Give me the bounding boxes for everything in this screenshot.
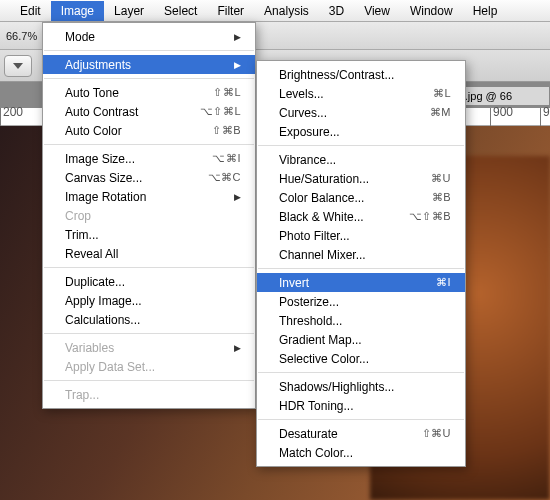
menu-item-label: Vibrance... [279, 153, 451, 167]
menu-separator [258, 268, 464, 269]
menu-item-shortcut: ⌘M [406, 106, 451, 119]
submenu-arrow-icon: ▶ [210, 60, 241, 70]
submenu-arrow-icon: ▶ [210, 32, 241, 42]
menu-item-label: Invert [279, 276, 412, 290]
menu-item-posterize[interactable]: Posterize... [257, 292, 465, 311]
menu-item-label: Curves... [279, 106, 406, 120]
menu-item-desaturate[interactable]: Desaturate⇧⌘U [257, 424, 465, 443]
menu-separator [44, 78, 254, 79]
menu-item-shadows-highlights[interactable]: Shadows/Highlights... [257, 377, 465, 396]
menu-item-canvas-size[interactable]: Canvas Size...⌥⌘C [43, 168, 255, 187]
menu-edit[interactable]: Edit [10, 1, 51, 21]
menu-item-mode[interactable]: Mode▶ [43, 27, 255, 46]
menu-item-gradient-map[interactable]: Gradient Map... [257, 330, 465, 349]
menu-item-invert[interactable]: Invert⌘I [257, 273, 465, 292]
menu-item-auto-contrast[interactable]: Auto Contrast⌥⇧⌘L [43, 102, 255, 121]
zoom-label: 66.7% [0, 30, 37, 42]
menu-item-label: Duplicate... [65, 275, 241, 289]
menu-window[interactable]: Window [400, 1, 463, 21]
menu-item-shortcut: ⌘B [408, 191, 451, 204]
ruler-tick: 200 [0, 108, 23, 126]
menu-item-shortcut: ⇧⌘U [398, 427, 451, 440]
menu-item-shortcut: ⌥⇧⌘B [385, 210, 451, 223]
menu-separator [44, 333, 254, 334]
menu-item-label: Variables [65, 341, 210, 355]
menu-item-adjustments[interactable]: Adjustments▶ [43, 55, 255, 74]
menu-separator [44, 380, 254, 381]
menu-item-image-size[interactable]: Image Size...⌥⌘I [43, 149, 255, 168]
menubar: EditImageLayerSelectFilterAnalysis3DView… [0, 0, 550, 22]
menu-item-levels[interactable]: Levels...⌘L [257, 84, 465, 103]
menu-item-hdr-toning[interactable]: HDR Toning... [257, 396, 465, 415]
menu-item-trim[interactable]: Trim... [43, 225, 255, 244]
menu-analysis[interactable]: Analysis [254, 1, 319, 21]
menu-filter[interactable]: Filter [207, 1, 254, 21]
menu-item-label: Exposure... [279, 125, 451, 139]
menu-item-shortcut: ⌥⌘I [188, 152, 241, 165]
menu-item-label: Trim... [65, 228, 241, 242]
menu-item-shortcut: ⌘I [412, 276, 451, 289]
image-menu: Mode▶Adjustments▶Auto Tone⇧⌘LAuto Contra… [42, 22, 256, 409]
menu-item-label: Auto Contrast [65, 105, 176, 119]
menu-item-brightness-contrast[interactable]: Brightness/Contrast... [257, 65, 465, 84]
menu-item-variables: Variables▶ [43, 338, 255, 357]
menu-item-threshold[interactable]: Threshold... [257, 311, 465, 330]
menu-item-black-white[interactable]: Black & White...⌥⇧⌘B [257, 207, 465, 226]
menu-item-auto-tone[interactable]: Auto Tone⇧⌘L [43, 83, 255, 102]
menu-item-selective-color[interactable]: Selective Color... [257, 349, 465, 368]
menu-item-label: Hue/Saturation... [279, 172, 407, 186]
menu-item-shortcut: ⌥⌘C [184, 171, 241, 184]
menu-item-reveal-all[interactable]: Reveal All [43, 244, 255, 263]
menu-3d[interactable]: 3D [319, 1, 354, 21]
menu-item-photo-filter[interactable]: Photo Filter... [257, 226, 465, 245]
menu-item-label: Match Color... [279, 446, 451, 460]
menu-item-label: Posterize... [279, 295, 451, 309]
submenu-arrow-icon: ▶ [210, 192, 241, 202]
menu-item-image-rotation[interactable]: Image Rotation▶ [43, 187, 255, 206]
menu-item-label: Image Size... [65, 152, 188, 166]
menu-item-trap: Trap... [43, 385, 255, 404]
menu-item-label: Auto Color [65, 124, 188, 138]
option-dropdown-button[interactable] [4, 55, 32, 77]
menu-item-match-color[interactable]: Match Color... [257, 443, 465, 462]
menu-item-label: Desaturate [279, 427, 398, 441]
menu-layer[interactable]: Layer [104, 1, 154, 21]
menu-item-label: Color Balance... [279, 191, 408, 205]
menu-item-calculations[interactable]: Calculations... [43, 310, 255, 329]
menu-item-shortcut: ⌘U [407, 172, 451, 185]
menu-item-color-balance[interactable]: Color Balance...⌘B [257, 188, 465, 207]
menu-view[interactable]: View [354, 1, 400, 21]
menu-item-label: Selective Color... [279, 352, 451, 366]
menu-item-label: Threshold... [279, 314, 451, 328]
menu-item-label: Reveal All [65, 247, 241, 261]
menu-item-curves[interactable]: Curves...⌘M [257, 103, 465, 122]
menu-item-label: Calculations... [65, 313, 241, 327]
menu-item-label: Brightness/Contrast... [279, 68, 451, 82]
menu-item-apply-image[interactable]: Apply Image... [43, 291, 255, 310]
menu-item-label: Image Rotation [65, 190, 210, 204]
menu-item-label: HDR Toning... [279, 399, 451, 413]
menu-item-label: Apply Image... [65, 294, 241, 308]
menu-item-shortcut: ⇧⌘B [188, 124, 241, 137]
menu-item-auto-color[interactable]: Auto Color⇧⌘B [43, 121, 255, 140]
menu-help[interactable]: Help [463, 1, 508, 21]
menu-item-label: Canvas Size... [65, 171, 184, 185]
menu-separator [44, 50, 254, 51]
menu-separator [44, 144, 254, 145]
menu-item-apply-data-set: Apply Data Set... [43, 357, 255, 376]
ruler-tick: 900 [490, 108, 513, 126]
menu-item-duplicate[interactable]: Duplicate... [43, 272, 255, 291]
menu-item-label: Crop [65, 209, 241, 223]
menu-item-shortcut: ⌥⇧⌘L [176, 105, 241, 118]
menu-image[interactable]: Image [51, 1, 104, 21]
menu-item-exposure[interactable]: Exposure... [257, 122, 465, 141]
menu-item-channel-mixer[interactable]: Channel Mixer... [257, 245, 465, 264]
menu-item-label: Adjustments [65, 58, 210, 72]
menu-item-hue-saturation[interactable]: Hue/Saturation...⌘U [257, 169, 465, 188]
menu-select[interactable]: Select [154, 1, 207, 21]
menu-item-label: Mode [65, 30, 210, 44]
menu-item-label: Channel Mixer... [279, 248, 451, 262]
chevron-down-icon [13, 63, 23, 69]
menu-item-vibrance[interactable]: Vibrance... [257, 150, 465, 169]
menu-item-label: Black & White... [279, 210, 385, 224]
